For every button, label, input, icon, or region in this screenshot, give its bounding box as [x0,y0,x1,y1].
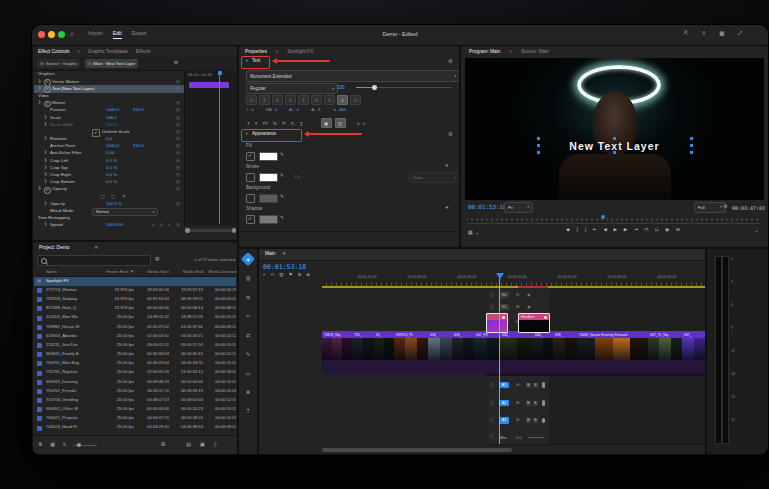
fullscreen-icon[interactable]: ⤢ [737,31,741,37]
program-scrollbar[interactable] [467,223,761,225]
leading-value[interactable]: 0 [297,107,299,112]
timeline-playhead-cap[interactable] [496,273,504,279]
slider-handle[interactable] [372,85,377,90]
extract-button[interactable]: ⊔ [655,228,659,233]
add-keyframe-icon[interactable]: ◇ [160,223,163,227]
background-eyedropper-icon[interactable]: ✎ [280,195,284,200]
ec-effect-label[interactable]: Text (New Text Layer) [52,87,94,91]
label-color-chip[interactable] [37,325,42,330]
pen-mask-icon[interactable]: ✎ [122,195,126,199]
project-row-694945-dancing[interactable]: 694945_Dancing25.00 fps00:09:48:2300:10:… [34,377,236,386]
hand-tool[interactable]: ✥ [243,387,253,397]
background-swatch[interactable] [259,194,278,203]
program-mini-ruler[interactable] [467,214,761,221]
ec-prop-value[interactable]: 0.0 % [106,180,117,184]
sync-lock-icon[interactable]: ⊟ [516,401,519,405]
track-content-a1[interactable] [549,376,705,395]
tracking-control[interactable]: ⌶0 [246,107,254,112]
background-checkbox[interactable] [246,194,255,203]
mark-in-button[interactable]: { [577,228,579,233]
panel-menu-icon[interactable]: ≡ [95,246,98,251]
selection-handle[interactable] [690,144,693,147]
project-row-817588-halo-d[interactable]: 817588_Halo_D23.976 fps00:00:00:0000:00:… [34,304,236,313]
track-content-a3[interactable] [549,412,705,430]
justify-last-right-button[interactable]: ≡ [311,95,322,105]
program-video[interactable]: New Text Layer [465,58,764,200]
stopwatch-icon[interactable]: ◷ [176,108,180,112]
paragraph-text-toggle-button[interactable]: ◫ [335,118,346,128]
program-settings-wrench-icon[interactable]: ⚙ [723,204,727,209]
ec-prop-value[interactable]: 932.0 [133,144,144,148]
tab-properties[interactable]: Properties [245,50,267,55]
label-color-chip[interactable] [37,288,42,293]
project-row-629463-abando[interactable]: 629463_Abando25.00 fps01:05:04:1001:05:2… [34,332,236,341]
ec-row-crop-top[interactable]: ❯Crop Top0.0 %◷ [34,164,184,171]
caption-track-icon[interactable]: ≣ [307,273,311,278]
new-item-icon[interactable]: ▣ [200,442,205,447]
sync-lock-icon[interactable]: ⊟ [516,383,519,387]
stopwatch-icon[interactable]: ◷ [176,173,180,177]
project-row-749982-house-w[interactable]: 749982_House W25.00 fps01:05:27:0201:05:… [34,322,236,331]
next-keyframe-icon[interactable]: ▹ [168,223,170,227]
ec-row-crop-bottom[interactable]: ❯Crop Bottom0.0 %◷ [34,179,184,186]
lock-icon[interactable]: ◻ [490,418,493,422]
ec-row-anti-flicker-filter[interactable]: ❯Anti-flicker Filter0.00◷ [34,150,184,157]
track-content-mix[interactable] [549,429,705,445]
project-tab[interactable]: Project: Demo [39,246,69,251]
ec-prop-value[interactable]: 1440.0 [106,108,119,112]
fill-swatch[interactable] [259,152,278,161]
ec-row-masks[interactable]: ◯▢✎ [34,193,184,200]
ec-row-time-remapping[interactable]: Time Remapping [34,215,184,222]
share-icon[interactable]: ⇧ [702,31,707,37]
stopwatch-icon[interactable]: ◷ [176,80,180,84]
shadow-checkbox[interactable]: ✓ [246,215,255,224]
mute-button[interactable]: M [526,418,531,423]
export-frame-button[interactable]: ◉ [665,228,669,233]
track-header-mix[interactable]: ◻Mix0.0 [486,429,549,445]
column-header-media-end[interactable]: Media End [171,269,203,274]
twirl-icon[interactable]: ❯ [44,202,47,206]
sync-lock-icon[interactable]: ⊟ [516,305,519,309]
mix-volume-slider[interactable] [528,437,544,438]
stroke-add-button[interactable]: + [445,163,449,170]
ec-row-motion[interactable]: ❯fxMotion◷ [34,100,184,107]
add-marker-icon[interactable]: ⚑ [288,273,292,278]
ec-prop-value[interactable]: 1440.0 [106,144,119,148]
project-row-141602-man-wa[interactable]: 141602_Man Wa25.00 fps14:39:06:1114:39:1… [34,313,236,322]
mic-icon[interactable] [542,418,545,424]
label-color-chip[interactable] [37,343,42,348]
label-color-chip[interactable] [37,352,42,357]
project-row-766761-man-bag[interactable]: 766761_Man Bag25.00 fps00:45:23:0400:45:… [34,359,236,368]
tab-spotlight-fx[interactable]: Spotlight FX [287,50,313,55]
snap-icon[interactable]: ⊓ [271,273,275,278]
step-back-button[interactable]: ◀ [603,228,607,233]
ec-prop-value[interactable]: 0.00 [106,151,114,155]
project-row-spotlight-fx[interactable]: ▤Spotlight FX [34,277,236,286]
stopwatch-icon[interactable]: ◷ [176,187,180,191]
source-graphic-chip[interactable]: ▤ Source · Graphic [37,59,80,68]
twirl-icon[interactable]: ❯ [38,87,41,91]
baseline-shift-value[interactable]: 0 [318,107,320,112]
quick-export-icon[interactable]: ⇱ [684,31,689,37]
ec-zoom-scrollbar[interactable] [186,229,235,232]
v1-clip-618-[interactable]: 618_ [452,331,475,374]
font-size-slider[interactable] [356,87,452,88]
twirl-icon[interactable]: ❯ [44,173,47,177]
rotate-value[interactable]: 0 [363,121,365,126]
twirl-icon[interactable]: ❯ [44,116,47,120]
mic-icon[interactable] [542,400,545,406]
timeline-h-scrollbar[interactable] [322,448,512,452]
type-tool[interactable]: T [243,406,253,416]
label-color-chip[interactable] [37,407,42,412]
track-select-tool[interactable]: ▥ [243,273,253,283]
mic-icon[interactable] [542,382,545,388]
lock-icon[interactable]: ◻ [490,305,493,309]
twirl-icon[interactable]: ❯ [44,223,47,227]
rectangle-tool[interactable]: ▭ [243,368,253,378]
project-row-746026-hand-fr[interactable]: 746026_Hand Fr25.00 fps04:04:29:1004:04:… [34,423,236,432]
selection-tool[interactable]: ► [241,252,255,266]
tab-effect-controls[interactable]: Effect Controls [38,50,69,55]
ec-row-crop-right[interactable]: ❯Crop Right0.0 %◷ [34,172,184,179]
automate-to-sequence-icon[interactable]: ⊞ [161,442,165,447]
prev-keyframe-icon[interactable]: ◃ [152,223,154,227]
